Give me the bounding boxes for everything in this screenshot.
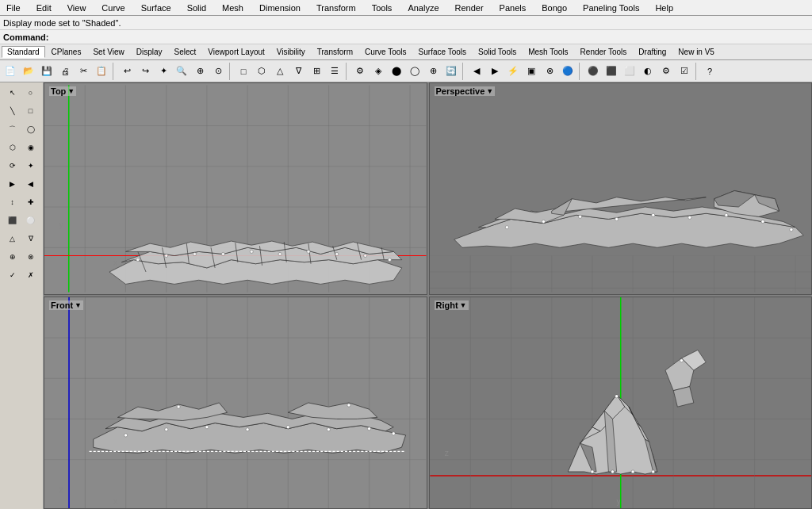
- tab-mesh-tools[interactable]: Mesh Tools: [523, 46, 573, 58]
- toolbar-btn-28[interactable]: ⊗: [541, 63, 558, 80]
- sidebar-tool-6-1[interactable]: ✚: [22, 193, 40, 211]
- viewport-front[interactable]: Front ▼: [44, 297, 427, 509]
- menu-item-paneling-tools[interactable]: Paneling Tools: [580, 2, 642, 13]
- sidebar-tool-4-1[interactable]: ✦: [22, 157, 40, 174]
- toolbar-btn-21[interactable]: ◯: [406, 63, 423, 80]
- menu-item-edit[interactable]: Edit: [33, 2, 55, 13]
- tab-curve-tools[interactable]: Curve Tools: [359, 46, 412, 58]
- sidebar-tool-1-0[interactable]: ╲: [4, 102, 21, 120]
- toolbar-btn-15[interactable]: ∇: [289, 63, 307, 80]
- toolbar-btn-16[interactable]: ⊞: [308, 63, 325, 80]
- sidebar-tool-7-0[interactable]: ⬛: [4, 212, 21, 229]
- viewport-top[interactable]: Top ▼: [44, 82, 427, 295]
- tab-select[interactable]: Select: [169, 46, 202, 58]
- tab-render-tools[interactable]: Render Tools: [575, 46, 633, 58]
- tab-visibility[interactable]: Visibility: [271, 46, 311, 58]
- toolbar-btn-33[interactable]: ◐: [639, 63, 657, 80]
- viewport-right[interactable]: Right ▼: [429, 297, 813, 509]
- viewport-right-label[interactable]: Right ▼: [435, 300, 469, 310]
- menu-item-surface[interactable]: Surface: [138, 2, 174, 13]
- toolbar-btn-0[interactable]: 📄: [2, 63, 19, 80]
- sidebar-tool-2-0[interactable]: ⌒: [4, 121, 21, 138]
- menu-item-panels[interactable]: Panels: [496, 2, 530, 13]
- sidebar-tool-10-0[interactable]: ✓: [4, 266, 21, 284]
- toolbar-btn-23[interactable]: 🔄: [442, 63, 460, 80]
- toolbar-btn-7[interactable]: ↪: [136, 63, 154, 80]
- tab-drafting[interactable]: Drafting: [633, 46, 672, 58]
- toolbar-btn-27[interactable]: ▣: [523, 63, 540, 80]
- tab-viewport-layout[interactable]: Viewport Layout: [202, 46, 270, 58]
- sidebar-tool-9-1[interactable]: ⊗: [22, 248, 40, 266]
- toolbar-btn-5[interactable]: 📋: [93, 63, 110, 80]
- sidebar-tool-8-0[interactable]: △: [4, 230, 21, 247]
- menu-item-render[interactable]: Render: [452, 2, 487, 13]
- toolbar-btn-35[interactable]: ☑: [676, 63, 693, 80]
- sidebar-tool-6-0[interactable]: ↕: [4, 193, 21, 211]
- toolbar-btn-30[interactable]: ⚫: [584, 63, 602, 80]
- menu-item-mesh[interactable]: Mesh: [219, 2, 247, 13]
- sidebar-tool-0-0[interactable]: ↖: [4, 84, 21, 101]
- toolbar-btn-14[interactable]: △: [271, 63, 289, 80]
- tab-cplanes[interactable]: CPlanes: [46, 46, 87, 58]
- toolbar-btn-2[interactable]: 💾: [38, 63, 56, 80]
- viewport-front-label[interactable]: Front ▼: [49, 300, 83, 310]
- sidebar-tool-7-1[interactable]: ⚪: [22, 212, 40, 229]
- toolbar-btn-12[interactable]: □: [235, 63, 252, 80]
- menu-item-view[interactable]: View: [64, 2, 90, 13]
- viewport-perspective[interactable]: Perspective ▼: [429, 82, 813, 295]
- toolbar-btn-17[interactable]: ☰: [326, 63, 343, 80]
- toolbar-btn-32[interactable]: ⬜: [621, 63, 638, 80]
- toolbar-btn-24[interactable]: ◀: [468, 63, 485, 80]
- toolbar-btn-26[interactable]: ⚡: [504, 63, 522, 80]
- tab-transform[interactable]: Transform: [312, 46, 358, 58]
- sidebar-tool-3-0[interactable]: ⬡: [4, 139, 21, 156]
- toolbar-btn-1[interactable]: 📂: [20, 63, 37, 80]
- sidebar-row-2: ⌒◯: [4, 121, 40, 138]
- tab-set-view[interactable]: Set View: [87, 46, 129, 58]
- menu-item-help[interactable]: Help: [652, 2, 676, 13]
- toolbar-btn-31[interactable]: ⬛: [603, 63, 620, 80]
- sidebar-tool-3-1[interactable]: ◉: [22, 139, 40, 156]
- toolbar-btn-10[interactable]: ⊕: [191, 63, 209, 80]
- menu-item-dimension[interactable]: Dimension: [256, 2, 304, 13]
- tab-standard[interactable]: Standard: [2, 46, 45, 58]
- toolbar-btn-25[interactable]: ▶: [486, 63, 504, 80]
- toolbar-btn-36[interactable]: ?: [701, 63, 718, 80]
- toolbar-btn-4[interactable]: ✂: [75, 63, 92, 80]
- toolbar-btn-34[interactable]: ⚙: [657, 63, 675, 80]
- sidebar-tool-2-1[interactable]: ◯: [22, 121, 40, 138]
- toolbar-btn-18[interactable]: ⚙: [351, 63, 369, 80]
- sidebar-tool-5-0[interactable]: ▶: [4, 175, 21, 193]
- menu-item-solid[interactable]: Solid: [184, 2, 209, 13]
- toolbar-btn-6[interactable]: ↩: [118, 63, 136, 80]
- command-bar[interactable]: Command:: [0, 30, 812, 44]
- sidebar-tool-8-1[interactable]: ∇: [22, 230, 40, 247]
- tab-surface-tools[interactable]: Surface Tools: [413, 46, 472, 58]
- tab-solid-tools[interactable]: Solid Tools: [473, 46, 522, 58]
- toolbar-btn-9[interactable]: 🔍: [173, 63, 190, 80]
- sidebar-tool-4-0[interactable]: ⟳: [4, 157, 21, 174]
- toolbar-btn-29[interactable]: 🔵: [559, 63, 576, 80]
- toolbar-btn-3[interactable]: 🖨: [56, 63, 74, 80]
- tab-display[interactable]: Display: [131, 46, 168, 58]
- sidebar-tool-1-1[interactable]: □: [22, 102, 40, 120]
- sidebar-tool-0-1[interactable]: ○: [22, 84, 40, 101]
- sidebar-tool-10-1[interactable]: ✗: [22, 266, 40, 284]
- sidebar-tool-9-0[interactable]: ⊕: [4, 248, 21, 266]
- menu-item-analyze[interactable]: Analyze: [404, 2, 442, 13]
- toolbar-btn-20[interactable]: ⬤: [388, 63, 405, 80]
- menu-item-transform[interactable]: Transform: [313, 2, 359, 13]
- toolbar-btn-19[interactable]: ◈: [370, 63, 387, 80]
- sidebar-tool-5-1[interactable]: ◀: [22, 175, 40, 193]
- toolbar-btn-8[interactable]: ✦: [155, 63, 172, 80]
- toolbar-btn-22[interactable]: ⊕: [424, 63, 442, 80]
- toolbar-btn-13[interactable]: ⬡: [253, 63, 270, 80]
- toolbar-btn-11[interactable]: ⊙: [209, 63, 227, 80]
- menu-item-curve[interactable]: Curve: [98, 2, 128, 13]
- viewport-perspective-label[interactable]: Perspective ▼: [435, 86, 496, 96]
- menu-item-tools[interactable]: Tools: [369, 2, 396, 13]
- menu-item-file[interactable]: File: [3, 2, 24, 13]
- viewport-top-label[interactable]: Top ▼: [49, 86, 76, 96]
- tab-new-in-v5[interactable]: New in V5: [672, 46, 720, 58]
- menu-item-bongo[interactable]: Bongo: [538, 2, 570, 13]
